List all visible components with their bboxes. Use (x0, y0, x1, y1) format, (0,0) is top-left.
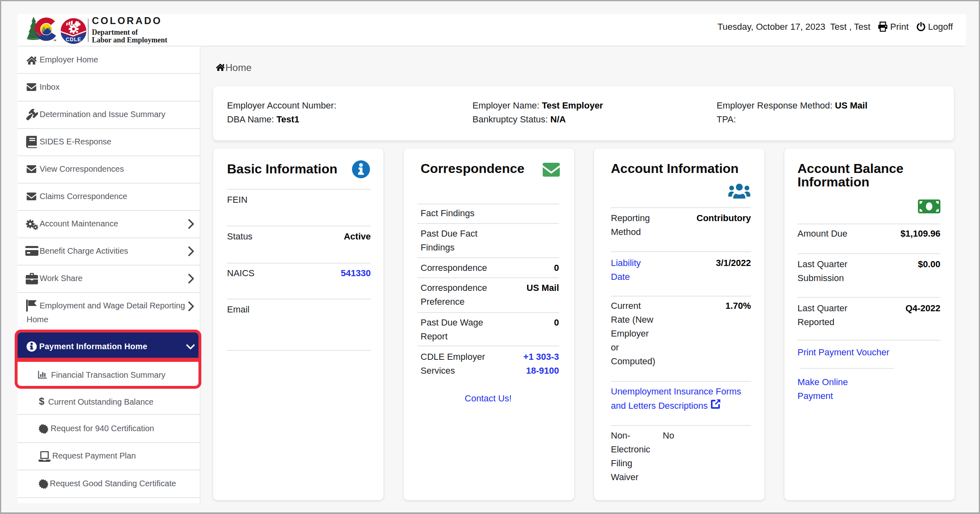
svg-text:CDLE: CDLE (66, 37, 81, 42)
svg-text:$: $ (39, 396, 45, 407)
svg-text:TM: TM (53, 40, 56, 42)
